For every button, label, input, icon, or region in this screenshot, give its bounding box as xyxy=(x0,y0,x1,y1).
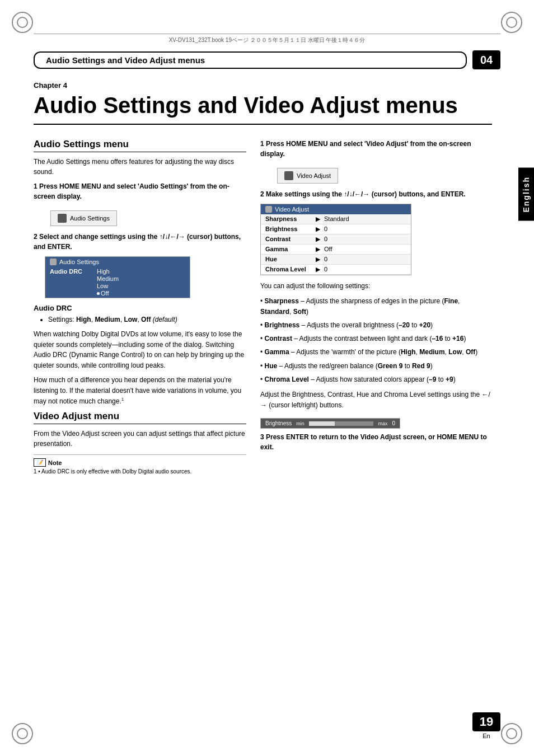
right-column: 1 Press HOME MENU and select 'Video Adju… xyxy=(260,139,492,475)
audio-drc-para2: How much of a difference you hear depend… xyxy=(34,375,246,406)
audio-drc-settings-list: Settings: High, Medium, Low, Off (defaul… xyxy=(40,314,246,325)
chapter-main-title: Audio Settings and Video Adjust menus xyxy=(34,92,492,118)
chapter-header-title: Audio Settings and Video Adjust menus xyxy=(34,51,467,69)
setting-sharpness: • Sharpness – Adjusts the sharpness of e… xyxy=(260,296,492,317)
vt-label-hue: Hue xyxy=(265,256,316,263)
video-row-gamma: Gamma ▶ Off xyxy=(261,245,411,255)
screen-icon-video xyxy=(284,171,293,180)
vt-label-chroma: Chroma Level xyxy=(265,266,316,273)
vt-label-gamma: Gamma xyxy=(265,246,316,253)
brightness-bar: Brightness min max 0 xyxy=(260,418,400,429)
audio-drc-menu: Audio Settings Audio DRC High Medium Low… xyxy=(45,256,190,298)
brightness-bar-track xyxy=(309,421,374,426)
note-heading: 📝 Note xyxy=(34,458,246,467)
setting-hue: • Hue – Adjusts the red/green balance (G… xyxy=(260,361,492,372)
brightness-bar-fill xyxy=(309,421,335,426)
vt-value-gamma: Off xyxy=(324,246,332,253)
vt-value-hue: 0 xyxy=(324,256,327,263)
menu-table-header: Audio Settings xyxy=(45,257,190,267)
menu-row-audio-drc: Audio DRC High Medium Low Off xyxy=(45,267,190,298)
file-info-text: XV-DV131_232T.book 19ページ ２００５年５月１１日 水曜日 … xyxy=(169,36,366,44)
video-row-brightness: Brightness ▶ 0 xyxy=(261,224,411,234)
note-text: 1 • Audio DRC is only effective with Dol… xyxy=(34,468,246,475)
chapter-label: Chapter 4 xyxy=(34,81,492,90)
note-label: Note xyxy=(48,459,62,466)
vt-value-contrast: 0 xyxy=(324,236,327,243)
adjust-para: Adjust the Brightness, Contrast, Hue and… xyxy=(260,389,492,410)
note-icon: 📝 xyxy=(34,458,46,467)
brightness-label: Brightness xyxy=(265,420,292,426)
video-adjust-screen: Video Adjust xyxy=(277,168,338,184)
audio-settings-intro: The Audio Settings menu offers features … xyxy=(34,157,246,177)
menu-header-label: Audio Settings xyxy=(59,259,99,265)
bullet-dot xyxy=(97,292,100,295)
setting-contrast: • Contrast – Adjusts the contrast betwee… xyxy=(260,334,492,344)
corner-decoration-bl xyxy=(11,722,34,745)
brightness-min-label: min xyxy=(296,421,305,426)
page-number-block: 19 En xyxy=(472,712,500,739)
audio-drc-para1: When watching Dolby Digital DVDs at low … xyxy=(34,329,246,370)
video-row-contrast: Contrast ▶ 0 xyxy=(261,234,411,245)
video-adjust-heading: Video Adjust menu xyxy=(34,411,246,424)
video-header-icon xyxy=(265,206,272,213)
two-column-layout: Audio Settings menu The Audio Settings m… xyxy=(34,139,492,475)
video-adjust-menu: Video Adjust Sharpness ▶ Standard Bright… xyxy=(260,204,411,275)
vt-value-sharpness: Standard xyxy=(324,215,349,223)
vt-value-chroma: 0 xyxy=(324,266,327,273)
video-row-chroma: Chroma Level ▶ 0 xyxy=(261,265,411,275)
footnote-sup: 1 xyxy=(121,397,124,402)
vt-label-contrast: Contrast xyxy=(265,236,316,243)
main-content: Chapter 4 Audio Settings and Video Adjus… xyxy=(34,81,492,722)
brightness-max-label: max xyxy=(378,421,387,426)
setting-gamma: • Gamma – Adjusts the 'warmth' of the pi… xyxy=(260,347,492,358)
screen-icon-audio xyxy=(58,214,67,223)
file-info-bar: XV-DV131_232T.book 19ページ ２００５年５月１１日 水曜日 … xyxy=(34,34,500,44)
video-table-header: Video Adjust xyxy=(261,204,411,214)
page-lang: En xyxy=(483,732,490,739)
video-adjust-screen-label: Video Adjust xyxy=(297,172,331,179)
you-can-adjust-text: You can adjust the following settings: xyxy=(260,281,492,292)
page-number: 19 xyxy=(472,712,500,731)
vt-label-brightness: Brightness xyxy=(265,226,316,233)
menu-label-audio-drc: Audio DRC xyxy=(50,268,95,297)
menu-header-icon xyxy=(50,259,57,265)
vt-arrow-chroma: ▶ xyxy=(316,266,324,273)
left-column: Audio Settings menu The Audio Settings m… xyxy=(34,139,246,475)
vt-arrow-hue: ▶ xyxy=(316,256,324,263)
menu-value-high: High xyxy=(95,268,119,275)
note-box: 📝 Note 1 • Audio DRC is only effective w… xyxy=(34,454,246,475)
audio-settings-heading: Audio Settings menu xyxy=(34,139,246,152)
step3-right: 3 Press ENTER to return to the Video Adj… xyxy=(260,432,492,452)
settings-descriptions: • Sharpness – Adjusts the sharpness of e… xyxy=(260,296,492,385)
chapter-header: Audio Settings and Video Adjust menus 04 xyxy=(34,50,500,69)
menu-value-off: Off xyxy=(95,290,119,297)
menu-value-low: Low xyxy=(95,283,119,289)
video-header-label: Video Adjust xyxy=(275,206,309,213)
audio-drc-settings-item: Settings: High, Medium, Low, Off (defaul… xyxy=(48,314,246,325)
step1-right: 1 Press HOME MENU and select 'Video Adju… xyxy=(260,139,492,159)
vt-label-sharpness: Sharpness xyxy=(265,215,316,223)
vt-arrow-brightness: ▶ xyxy=(316,226,324,233)
vt-arrow-sharpness: ▶ xyxy=(316,215,324,223)
chapter-title-block: Chapter 4 Audio Settings and Video Adjus… xyxy=(34,81,492,125)
menu-value-medium: Medium xyxy=(95,275,119,282)
corner-decoration-br xyxy=(500,722,523,745)
vt-value-brightness: 0 xyxy=(324,226,327,233)
video-adjust-intro: From the Video Adjust screen you can adj… xyxy=(34,429,246,449)
video-row-hue: Hue ▶ 0 xyxy=(261,255,411,265)
step1-left: 1 Press HOME MENU and select 'Audio Sett… xyxy=(34,181,246,201)
video-row-sharpness: Sharpness ▶ Standard xyxy=(261,214,411,224)
brightness-value: 0 xyxy=(392,420,395,426)
corner-decoration-tr xyxy=(500,11,523,34)
audio-settings-screen: Audio Settings xyxy=(50,210,117,226)
audio-settings-screen-label: Audio Settings xyxy=(70,215,110,222)
step2-left: 2 Select and change settings using the ↑… xyxy=(34,232,246,252)
language-tab: English xyxy=(518,168,534,221)
step2-right: 2 Make settings using the ↑/↓/←/→ (curso… xyxy=(260,189,492,199)
audio-drc-subheading: Audio DRC xyxy=(34,304,246,312)
menu-values-audio-drc: High Medium Low Off xyxy=(95,268,119,297)
chapter-number: 04 xyxy=(472,50,500,69)
vt-arrow-gamma: ▶ xyxy=(316,246,324,253)
corner-decoration-tl xyxy=(11,11,34,34)
vt-arrow-contrast: ▶ xyxy=(316,236,324,243)
